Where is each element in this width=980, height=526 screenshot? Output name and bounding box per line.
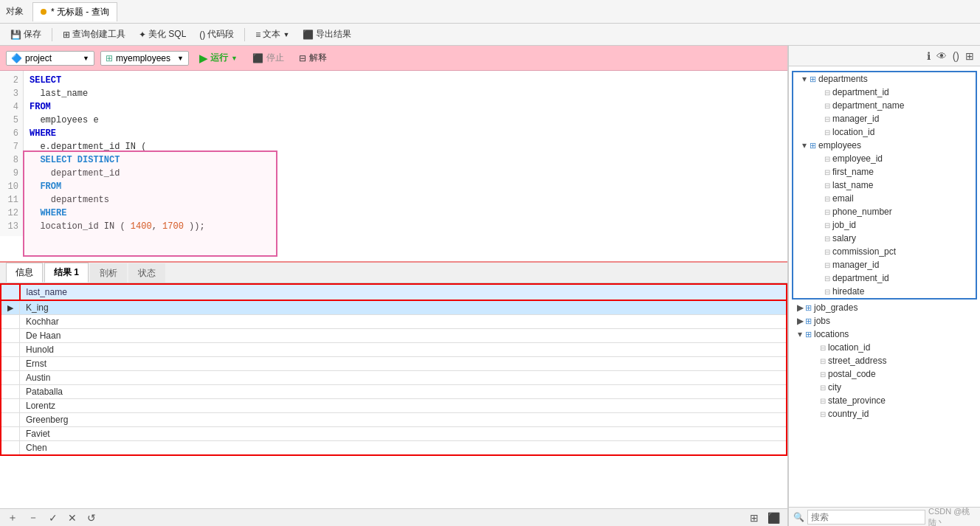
beautify-sql-button[interactable]: ✦ 美化 SQL	[133, 26, 192, 43]
row-indicator	[1, 357, 20, 371]
row-indicator	[1, 371, 20, 385]
tree-item-departments[interactable]: ▾⊞departments	[793, 72, 976, 86]
code-line-9: department_id	[30, 167, 781, 180]
result-table: last_name ▶K_ingKochharDe HaanHunoldErns…	[0, 283, 787, 456]
export-results-icon[interactable]: ⬛	[765, 511, 783, 525]
add-button[interactable]: ＋	[4, 510, 21, 526]
last-name-header: last_name	[20, 284, 787, 300]
remove-button[interactable]: －	[25, 510, 41, 526]
sparkle-icon: ✦	[139, 30, 146, 40]
last-name-cell: Kochhar	[20, 315, 787, 329]
last-name-cell: De Haan	[20, 329, 787, 343]
project-select[interactable]: 🔷 project ▼	[6, 51, 94, 66]
save-button[interactable]: 💾 保存	[4, 26, 47, 43]
table-row[interactable]: Austin	[1, 371, 787, 385]
code-editor[interactable]: 2345678910111213 SELECT last_nameFROM em…	[0, 71, 787, 263]
tree-item-job_grades[interactable]: ▶⊞job_grades	[789, 301, 980, 314]
tree-item-location_id[interactable]: ⊟location_id	[789, 341, 980, 354]
tree-item-department_id[interactable]: ⊟department_id	[793, 86, 976, 99]
stop-button[interactable]: ⬛ 停止	[248, 50, 289, 66]
run-button[interactable]: ▶ 运行 ▼	[195, 50, 242, 66]
tree-item-country_id[interactable]: ⊟country_id	[789, 407, 980, 421]
last-name-cell: Pataballa	[20, 385, 787, 399]
info-icon[interactable]: ℹ	[927, 50, 931, 62]
row-indicator	[1, 315, 20, 329]
table-row[interactable]: De Haan	[1, 329, 787, 343]
tree-item-city[interactable]: ⊟city	[789, 381, 980, 394]
tree-item-phone_number[interactable]: ⊟phone_number	[793, 205, 976, 218]
toolbar: 💾 保存 ⊞ 查询创建工具 ✦ 美化 SQL () 代码段 ≡ 文本 ▼ ⬛ 导…	[0, 24, 980, 46]
export-button[interactable]: ⬛ 导出结果	[297, 26, 357, 43]
tab-results[interactable]: 结果 1	[44, 263, 89, 283]
grid-header-icon[interactable]: ⊞	[965, 50, 974, 62]
tree-item-postal_code[interactable]: ⊟postal_code	[789, 367, 980, 381]
table-icon: ⊞	[63, 30, 70, 40]
right-panel-header: ℹ 👁 () ⊞	[789, 46, 980, 66]
run-icon: ▶	[199, 52, 207, 64]
object-tree: ▾⊞departments⊟department_id⊟department_n…	[789, 66, 980, 507]
run-dropdown-arrow: ▼	[231, 55, 238, 62]
table-row[interactable]: Hunold	[1, 343, 787, 357]
right-panel: ℹ 👁 () ⊞ ▾⊞departments⊟department_id⊟dep…	[788, 46, 980, 526]
tree-item-first_name[interactable]: ⊟first_name	[793, 165, 976, 179]
check-button[interactable]: ✓	[46, 511, 61, 525]
tree-item-employee_id[interactable]: ⊟employee_id	[793, 152, 976, 165]
bottom-toolbar: ＋ － ✓ ✕ ↺ ⊞ ⬛	[0, 508, 787, 526]
db-dropdown-arrow: ▼	[177, 55, 184, 62]
last-name-cell: Greenberg	[20, 413, 787, 427]
search-bar: 🔍 CSDN @桃陆丶	[789, 507, 980, 526]
tree-item-manager_id[interactable]: ⊟manager_id	[793, 112, 976, 125]
table-row[interactable]: Chen	[1, 441, 787, 456]
tree-item-salary[interactable]: ⊟salary	[793, 232, 976, 245]
table-row[interactable]: Faviet	[1, 427, 787, 441]
text-button[interactable]: ≡ 文本 ▼	[249, 26, 295, 43]
tree-item-employees[interactable]: ▾⊞employees	[793, 139, 976, 152]
tree-item-manager_id[interactable]: ⊟manager_id	[793, 258, 976, 271]
tab-status[interactable]: 状态	[128, 263, 165, 283]
explain-icon: ⊟	[299, 53, 306, 63]
last-name-cell: Chen	[20, 441, 787, 456]
code-line-5: employees e	[30, 114, 781, 127]
database-select[interactable]: ⊞ myemployees ▼	[100, 51, 189, 66]
title-bar: 对象 * 无标题 - 查询	[0, 0, 980, 24]
tree-item-street_address[interactable]: ⊟street_address	[789, 354, 980, 367]
tree-item-jobs[interactable]: ▶⊞jobs	[789, 314, 980, 328]
tree-item-last_name[interactable]: ⊟last_name	[793, 179, 976, 192]
table-row[interactable]: Kochhar	[1, 315, 787, 329]
table-row[interactable]: Pataballa	[1, 385, 787, 399]
line-numbers: 2345678910111213	[0, 71, 24, 236]
tree-item-locations[interactable]: ▾⊞locations	[789, 328, 980, 341]
explain-button[interactable]: ⊟ 解释	[294, 50, 331, 66]
code-snippet-button[interactable]: () 代码段	[193, 26, 240, 43]
results-area: last_name ▶K_ingKochharDe HaanHunoldErns…	[0, 283, 787, 508]
search-input[interactable]	[807, 510, 925, 525]
tab-xinxi[interactable]: 信息	[6, 263, 43, 283]
tab-profile[interactable]: 剖析	[90, 263, 127, 283]
export-icon: ⬛	[303, 30, 314, 40]
table-row[interactable]: ▶K_ing	[1, 300, 787, 315]
query-tab[interactable]: * 无标题 - 查询	[32, 2, 117, 21]
table-row[interactable]: Ernst	[1, 357, 787, 371]
last-name-cell: Hunold	[20, 343, 787, 357]
grid-icon[interactable]: ⊞	[747, 511, 762, 525]
tree-item-location_id[interactable]: ⊟location_id	[793, 125, 976, 139]
refresh-button[interactable]: ↺	[84, 511, 99, 525]
tree-item-job_id[interactable]: ⊟job_id	[793, 218, 976, 232]
eye-icon[interactable]: 👁	[936, 50, 947, 62]
table-row[interactable]: Greenberg	[1, 413, 787, 427]
parentheses-icon[interactable]: ()	[953, 50, 959, 62]
table-row[interactable]: Lorentz	[1, 399, 787, 413]
tree-item-email[interactable]: ⊟email	[793, 192, 976, 205]
tab-label: * 无标题 - 查询	[51, 6, 109, 18]
save-icon: 💾	[10, 30, 21, 40]
tree-item-hiredate[interactable]: ⊟hiredate	[793, 285, 976, 298]
tree-item-department_name[interactable]: ⊟department_name	[793, 99, 976, 112]
query-builder-button[interactable]: ⊞ 查询创建工具	[57, 26, 131, 43]
tree-item-department_id[interactable]: ⊟department_id	[793, 271, 976, 285]
tree-item-state_province[interactable]: ⊟state_province	[789, 394, 980, 407]
tree-item-commission_pct[interactable]: ⊟commission_pct	[793, 245, 976, 258]
code-content[interactable]: SELECT last_nameFROM employees eWHERE e.…	[24, 71, 787, 236]
row-indicator	[1, 385, 20, 399]
brackets-icon: ()	[199, 30, 205, 40]
close-button[interactable]: ✕	[65, 511, 80, 525]
